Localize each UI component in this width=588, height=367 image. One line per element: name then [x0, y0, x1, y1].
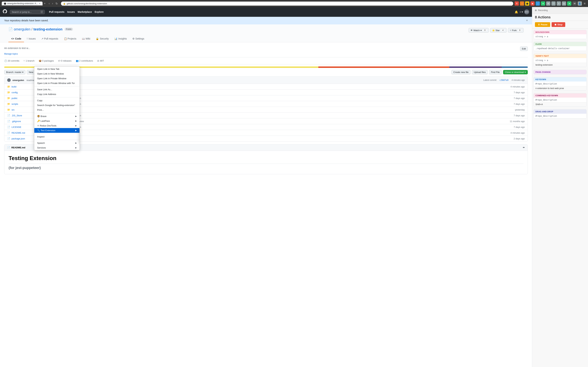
- stop-btn[interactable]: ⏹ Stop: [552, 22, 565, 27]
- tab-wiki[interactable]: 📖 Wiki: [79, 35, 93, 42]
- action-click: CLICK .repohead-details-container: [534, 42, 587, 51]
- ctx-open-private[interactable]: Open Link in Private Window: [34, 76, 79, 81]
- license-stat[interactable]: ⚖ MIT: [97, 59, 104, 62]
- ext-brave-btn[interactable]: B: [515, 1, 519, 6]
- releases-stat[interactable]: 🏷 0 releases: [58, 59, 72, 62]
- find-file-btn[interactable]: Find File: [489, 70, 502, 74]
- ext-info-btn[interactable]: ℹ: [557, 1, 561, 6]
- ctx-open-new-tab[interactable]: Open Link in New Tab: [34, 67, 79, 71]
- watch-btn[interactable]: 👁 Watch ▾ 0: [469, 28, 489, 33]
- ext-wallet-btn[interactable]: ◎: [562, 1, 566, 6]
- ctx-print[interactable]: Print...: [34, 108, 79, 112]
- action-type-mousedown: MOUSEDOWN: [534, 30, 587, 34]
- ctx-inspect[interactable]: Inspect: [34, 134, 79, 139]
- ext-record-btn[interactable]: ◉: [530, 1, 535, 6]
- user-avatar[interactable]: M ▾: [524, 9, 529, 14]
- ctx-services[interactable]: Services ▶: [34, 145, 79, 150]
- ctx-open-new-window[interactable]: Open Link in New Window: [34, 71, 79, 76]
- ext-blue-btn[interactable]: ↓: [536, 1, 540, 6]
- repo-name-link[interactable]: testing-extension: [34, 27, 62, 31]
- file-time-license: 7 days ago: [514, 126, 525, 128]
- ext-shield-btn[interactable]: 🛡: [551, 1, 556, 6]
- file-icon: 📄: [7, 114, 10, 117]
- ext-green-btn[interactable]: ●: [541, 1, 545, 6]
- fork-btn[interactable]: ⑂ Fork 0: [508, 28, 524, 33]
- fork-label: Fork: [512, 29, 517, 32]
- address-bar[interactable]: 🔒 github.com/omergulen/testing-extension: [61, 1, 513, 6]
- nav-marketplace[interactable]: Marketplace: [78, 10, 92, 13]
- packages-stat[interactable]: 📦 0 packages: [39, 59, 54, 62]
- ctx-speech[interactable]: Speech ▶: [34, 141, 79, 145]
- upload-files-btn[interactable]: Upload files: [472, 70, 488, 74]
- edit-desc-btn[interactable]: Edit: [520, 47, 528, 51]
- repo-content: An extension to test w... Edit Manage to…: [0, 42, 532, 178]
- ctx-search-google[interactable]: Search Google for "testing-extension": [34, 103, 79, 108]
- new-file-btn[interactable]: New: [27, 70, 35, 74]
- github-logo[interactable]: [3, 9, 7, 15]
- nav-explore[interactable]: Explore: [95, 10, 104, 13]
- browser-menu-btn[interactable]: ≡: [583, 2, 586, 5]
- tab-code[interactable]: <> Code: [9, 35, 24, 42]
- search-input[interactable]: Search or jump to... /: [10, 10, 45, 14]
- ext-alert-btn[interactable]: !: [520, 1, 524, 6]
- brave-arrow: ▶: [75, 115, 77, 117]
- tab-pull-requests[interactable]: ↗ Pull requests: [39, 35, 61, 42]
- flash-notice: Your repository details have been saved.…: [0, 17, 532, 24]
- tab-settings[interactable]: ⚙ Settings: [130, 35, 147, 42]
- ext-yellow-btn[interactable]: ⬤: [525, 1, 529, 6]
- ext-gray-btn[interactable]: ⚙: [546, 1, 550, 6]
- contributors-stat[interactable]: 👥 2 contributors: [76, 59, 93, 62]
- create-file-label: Create new file: [453, 71, 469, 74]
- ctx-open-private-tor[interactable]: Open Link in Private Window with Tor: [34, 81, 79, 85]
- ext-another-green[interactable]: ●: [567, 1, 571, 6]
- nav-issues[interactable]: Issues: [67, 10, 75, 13]
- action-value-keydown: n extension to test web proe: [534, 86, 587, 90]
- flash-close-btn[interactable]: ×: [526, 19, 528, 22]
- recording-title: 8 Actions: [532, 14, 588, 21]
- lang-css: [449, 67, 502, 68]
- ctx-test-extension[interactable]: 🔧 Test Extension ▶: [34, 128, 79, 133]
- new-tab-btn[interactable]: +: [44, 2, 45, 5]
- manage-topics-link[interactable]: Manage topics: [4, 53, 18, 55]
- branch-selector[interactable]: Branch: master ▾: [4, 70, 25, 74]
- file-row: 📄 README.md readme edits 4 minutes ago: [4, 130, 527, 136]
- watch-label: Watch: [474, 29, 480, 32]
- readme-edit-btn[interactable]: ✏: [523, 146, 525, 149]
- notification-bell[interactable]: 🔔: [515, 10, 518, 14]
- branches-stat[interactable]: ⑂ 1 branch: [24, 59, 35, 62]
- ctx-lastpass[interactable]: 🔑 LastPass ▶: [34, 119, 79, 123]
- commits-stat[interactable]: 🕐 20 commits: [4, 59, 19, 62]
- repo-owner-link[interactable]: omergulen: [14, 27, 30, 31]
- ctx-redux[interactable]: ⚛ Redux DevTools ▶: [34, 123, 79, 128]
- context-menu: Open Link in New Tab Open Link in New Wi…: [34, 67, 80, 150]
- back-btn[interactable]: ‹: [48, 1, 50, 5]
- ctx-save-link[interactable]: Save Link As...: [34, 87, 79, 92]
- ext-person-btn[interactable]: 👤: [578, 1, 582, 6]
- action-type-page-change: PAGE-CHANGE: [534, 70, 587, 74]
- services-arrow: ▶: [75, 147, 77, 149]
- tab-close-btn[interactable]: ✕: [39, 2, 40, 5]
- forward-btn[interactable]: ›: [51, 1, 54, 5]
- test-ext-arrow: ▶: [75, 129, 77, 132]
- create-file-btn[interactable]: Create new file: [451, 70, 470, 74]
- create-btn[interactable]: + ▾: [519, 10, 523, 13]
- clone-download-btn[interactable]: Clone or download ▾: [503, 70, 528, 74]
- nav-pull-requests[interactable]: Pull requests: [49, 10, 64, 13]
- file-commit-license: Moved to React side-bar extension: [43, 126, 514, 128]
- pause-btn[interactable]: ⏸ Pause: [535, 22, 550, 27]
- ctx-brave[interactable]: 🦁 Brave ▶: [34, 114, 79, 119]
- tab-issues[interactable]: ! Issues: [24, 35, 38, 42]
- star-btn[interactable]: ⭐ Star 4: [490, 28, 507, 33]
- reload-btn[interactable]: ↻: [55, 1, 59, 6]
- file-icon: 📄: [7, 137, 10, 140]
- tab-projects[interactable]: 📋 Projects: [61, 35, 79, 42]
- ctx-copy-link[interactable]: Copy Link Address: [34, 92, 79, 97]
- tab-insights[interactable]: 📊 Insights: [112, 35, 130, 42]
- ext-dark-btn[interactable]: M: [572, 1, 577, 6]
- commit-hash[interactable]: c3b87a9: [500, 79, 509, 81]
- file-time-config: 7 days ago: [514, 91, 525, 94]
- ctx-copy[interactable]: Copy: [34, 98, 79, 103]
- browser-tab[interactable]: ⬤ omergulen/testing-extension: A... ✕: [2, 1, 43, 5]
- action-mousedown: MOUSEDOWN strong > a: [534, 30, 587, 39]
- tab-security[interactable]: 🔒 Security: [93, 35, 112, 42]
